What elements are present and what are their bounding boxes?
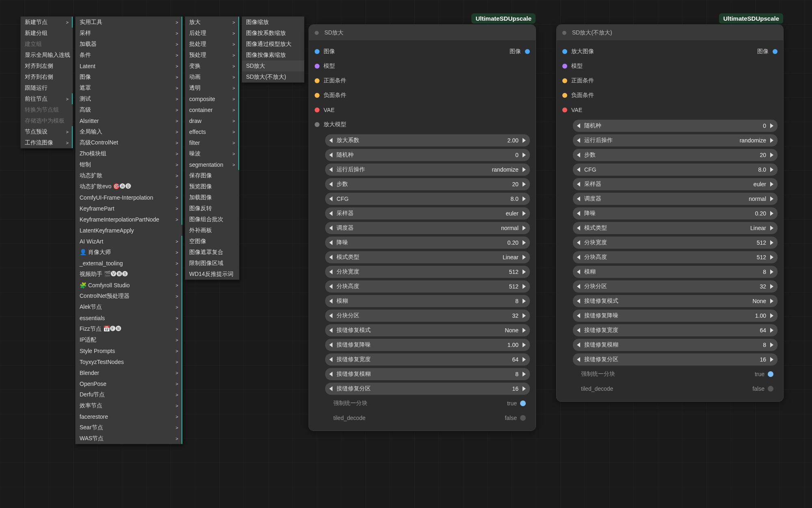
toggle-dot-icon[interactable] <box>768 371 773 377</box>
param-row[interactable]: 分块宽度512 <box>573 237 777 249</box>
menu-item[interactable]: 显示全局输入连线 <box>21 50 73 60</box>
menu-item[interactable]: 动画> <box>185 71 239 82</box>
triangle-right-icon[interactable] <box>523 313 526 318</box>
menu-item[interactable]: 噪波> <box>185 148 239 159</box>
triangle-left-icon[interactable] <box>577 240 580 245</box>
param-row[interactable]: 接缝修复模式None <box>573 295 777 307</box>
menu-item[interactable]: composite> <box>185 93 239 104</box>
param-row[interactable]: 随机种0 <box>325 149 530 161</box>
input-slot-icon[interactable] <box>315 122 320 127</box>
menu-item[interactable]: 图像按像素缩放 <box>242 50 304 60</box>
triangle-right-icon[interactable] <box>523 342 526 347</box>
triangle-left-icon[interactable] <box>577 284 580 289</box>
menu-item[interactable]: LatentKeyframeApply <box>76 225 182 236</box>
triangle-right-icon[interactable] <box>523 299 526 304</box>
node-header[interactable]: SD放大 <box>309 25 536 41</box>
menu-item[interactable]: 高级> <box>76 104 182 115</box>
menu-item[interactable]: 遮罩> <box>76 82 182 93</box>
menu-item[interactable]: Zho模块组> <box>76 148 182 159</box>
triangle-right-icon[interactable] <box>523 167 526 172</box>
param-row[interactable]: 接缝修复降噪1.00 <box>325 339 530 351</box>
menu-item[interactable]: Alek节点> <box>76 301 182 312</box>
triangle-right-icon[interactable] <box>523 196 526 201</box>
menu-item[interactable]: AI WizArt> <box>76 236 182 247</box>
menu-item[interactable]: effects> <box>185 126 239 137</box>
param-row[interactable]: 接缝修复宽度64 <box>325 353 530 366</box>
param-row[interactable]: 分块分区32 <box>573 280 777 293</box>
triangle-left-icon[interactable] <box>577 153 580 157</box>
menu-item[interactable]: 采样> <box>76 28 182 39</box>
menu-item[interactable]: 图像按系数缩放 <box>242 28 304 39</box>
menu-item[interactable]: SD放大 <box>242 60 304 71</box>
triangle-right-icon[interactable] <box>770 240 773 245</box>
menu-item[interactable]: 对齐到左侧 <box>21 60 73 71</box>
triangle-left-icon[interactable] <box>577 211 580 216</box>
param-row[interactable]: 接缝修复分区16 <box>573 353 777 366</box>
param-row[interactable]: 采样器euler <box>573 178 777 190</box>
triangle-right-icon[interactable] <box>770 153 773 157</box>
param-row[interactable]: 接缝修复分区16 <box>325 383 530 395</box>
triangle-right-icon[interactable] <box>523 153 526 157</box>
input-slot-icon[interactable] <box>562 64 567 69</box>
triangle-left-icon[interactable] <box>329 328 333 333</box>
node-sd-upscale[interactable]: UltimateSDUpscale SD放大 图像图像模型正面条件负面条件VAE… <box>309 24 536 431</box>
menu-item[interactable]: _external_tooling> <box>76 258 182 269</box>
menu-item[interactable]: container> <box>185 104 239 115</box>
menu-item[interactable]: 图像缩放 <box>242 17 304 28</box>
menu-item[interactable]: WD14反推提示词 <box>185 269 239 280</box>
triangle-left-icon[interactable] <box>577 313 580 318</box>
param-row[interactable]: 模式类型Linear <box>325 251 530 263</box>
node-sd-upscale-no-upscale[interactable]: UltimateSDUpscale SD放大(不放大) 放大图像图像模型正面条件… <box>556 24 784 402</box>
menu-item[interactable]: 预览图像 <box>185 181 239 192</box>
triangle-right-icon[interactable] <box>770 167 773 172</box>
triangle-left-icon[interactable] <box>577 357 580 362</box>
triangle-left-icon[interactable] <box>329 313 333 318</box>
triangle-left-icon[interactable] <box>329 299 333 304</box>
collapse-dot-icon[interactable] <box>562 31 566 35</box>
output-slot-icon[interactable] <box>525 49 530 54</box>
menu-item[interactable]: 测试> <box>76 93 182 104</box>
triangle-left-icon[interactable] <box>329 240 333 245</box>
param-row[interactable]: 采样器euler <box>325 207 530 220</box>
menu-item[interactable]: 实用工具> <box>76 17 182 28</box>
triangle-right-icon[interactable] <box>770 342 773 347</box>
toggle-row[interactable]: tiled_decodefalse <box>573 383 777 395</box>
menu-item[interactable]: 🧩 Comfyroll Studio> <box>76 280 182 291</box>
output-slot-icon[interactable] <box>773 49 777 54</box>
param-row[interactable]: 分块宽度512 <box>325 266 530 278</box>
triangle-right-icon[interactable] <box>770 299 773 304</box>
menu-item[interactable]: filter> <box>185 137 239 148</box>
triangle-left-icon[interactable] <box>329 342 333 347</box>
menu-item[interactable]: 👤 肖像大师> <box>76 247 182 258</box>
triangle-left-icon[interactable] <box>329 153 333 157</box>
menu-item[interactable]: 放大> <box>185 17 239 28</box>
menu-item[interactable]: segmentation> <box>185 159 239 170</box>
param-row[interactable]: 模糊8 <box>325 295 530 307</box>
param-row[interactable]: 接缝修复降噪1.00 <box>573 310 777 322</box>
triangle-right-icon[interactable] <box>770 313 773 318</box>
param-row[interactable]: 随机种0 <box>573 120 777 132</box>
triangle-right-icon[interactable] <box>523 240 526 245</box>
menu-item[interactable]: 节点预设> <box>21 126 73 137</box>
triangle-left-icon[interactable] <box>329 372 333 377</box>
param-row[interactable]: 模式类型Linear <box>573 222 777 234</box>
triangle-left-icon[interactable] <box>329 226 333 230</box>
triangle-right-icon[interactable] <box>523 386 526 391</box>
input-slot-icon[interactable] <box>562 49 567 54</box>
triangle-left-icon[interactable] <box>329 386 333 391</box>
param-row[interactable]: 接缝修复模糊8 <box>325 368 530 380</box>
input-slot-icon[interactable] <box>562 108 567 112</box>
menu-item[interactable]: 动态扩散evo 🎯🅐🅞> <box>76 181 182 192</box>
triangle-right-icon[interactable] <box>770 138 773 143</box>
menu-item[interactable]: 保存图像 <box>185 170 239 181</box>
triangle-left-icon[interactable] <box>577 299 580 304</box>
param-row[interactable]: CFG8.0 <box>573 164 777 176</box>
menu-item[interactable]: Latent> <box>76 60 182 71</box>
menu-item[interactable]: 对齐到右侧 <box>21 71 73 82</box>
menu-item[interactable]: 跟随运行 <box>21 82 73 93</box>
menu-item[interactable]: Derfu节点> <box>76 389 182 400</box>
menu-item[interactable]: facerestore> <box>76 411 182 422</box>
menu-item[interactable]: 批处理> <box>185 39 239 50</box>
menu-item[interactable]: ComfyUI-Frame-Interpolation> <box>76 192 182 203</box>
triangle-left-icon[interactable] <box>577 123 580 128</box>
